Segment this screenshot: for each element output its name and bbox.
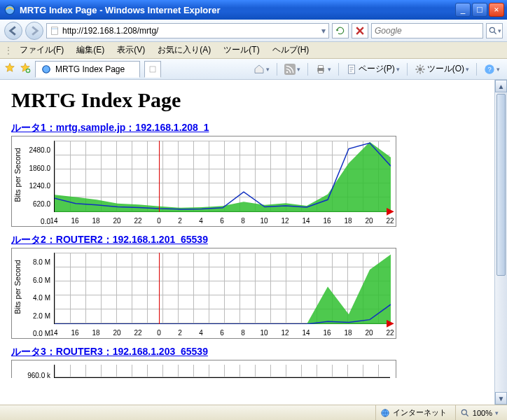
forward-button[interactable]: [25, 22, 43, 40]
help-button[interactable]: ?▾: [481, 62, 503, 76]
favorites-center-button[interactable]: [4, 62, 15, 76]
help-icon: ?: [484, 64, 495, 75]
print-button[interactable]: ▾: [312, 62, 334, 76]
gear-icon: [415, 64, 426, 75]
menu-favorites[interactable]: お気に入り(A): [152, 43, 216, 57]
svg-point-4: [43, 65, 50, 73]
command-bar: MRTG Index Page ▾ ▾ ▾ ページ(P)▾ ツール(O)▾ ?▾: [0, 59, 507, 80]
svg-rect-5: [150, 66, 155, 72]
arrow-right-icon: [29, 26, 39, 36]
blank-tab-icon: [148, 65, 157, 74]
menu-bar: ⋮ ファイル(F) 編集(E) 表示(V) お気に入り(A) ツール(T) ヘル…: [0, 42, 507, 59]
svg-point-12: [418, 67, 422, 71]
menu-edit[interactable]: 編集(E): [71, 43, 110, 57]
arrow-left-icon: [8, 26, 18, 36]
star-icon: [4, 62, 15, 74]
vertical-scrollbar[interactable]: ▲ ▼: [494, 80, 507, 405]
zone-label: インターネット: [393, 407, 447, 418]
home-icon: [254, 64, 265, 75]
stop-button[interactable]: [352, 23, 368, 38]
menu-help[interactable]: ヘルプ(H): [267, 43, 315, 57]
page-icon: [50, 26, 60, 36]
minimize-button[interactable]: _: [455, 3, 471, 17]
browser-tab[interactable]: MRTG Index Page: [35, 61, 140, 78]
stop-icon: [356, 27, 364, 35]
search-input[interactable]: [375, 26, 480, 36]
scroll-down-button[interactable]: ▼: [495, 392, 507, 405]
svg-rect-10: [318, 71, 323, 73]
scroll-thumb[interactable]: [496, 94, 506, 276]
page-title: MRTG Index Page: [11, 88, 483, 112]
status-bar: インターネット 100% ▾: [0, 405, 507, 420]
navigation-bar: http://192.168.1.208/mrtg/ ▾ ▾: [0, 20, 507, 42]
page-viewport: ▲ ▼ MRTG Index Page ルータ1：mrtg.sample.jp：…: [0, 80, 507, 405]
window-title: MRTG Index Page - Windows Internet Explo…: [20, 5, 221, 15]
svg-rect-9: [318, 65, 323, 68]
refresh-icon: [335, 26, 345, 36]
svg-rect-1: [51, 27, 57, 34]
maximize-button[interactable]: □: [472, 3, 487, 17]
graph2-ylabel: Bits per Second: [13, 260, 22, 314]
feeds-button[interactable]: ▾: [282, 62, 303, 76]
security-zone[interactable]: インターネット: [375, 405, 451, 420]
window-titlebar: MRTG Index Page - Windows Internet Explo…: [0, 0, 507, 20]
zoom-icon: [460, 408, 470, 418]
svg-text:?: ?: [487, 66, 491, 73]
page-menu-button[interactable]: ページ(P)▾: [343, 62, 403, 76]
router2-link[interactable]: ルータ2：ROUTER2：192.168.1.201_65539: [11, 234, 483, 246]
router3-link[interactable]: ルータ3：ROUTER3：192.168.1.203_65539: [11, 346, 483, 358]
scroll-up-button[interactable]: ▲: [495, 80, 507, 92]
chevron-down-icon: ▾: [495, 410, 499, 416]
new-tab-button[interactable]: [144, 61, 161, 78]
ie-page-icon: [41, 64, 51, 74]
page-menu-label: ページ(P): [359, 63, 395, 75]
close-button[interactable]: ×: [489, 3, 504, 17]
search-icon: [488, 26, 498, 36]
menu-file[interactable]: ファイル(F): [14, 43, 69, 57]
address-bar[interactable]: http://192.168.1.208/mrtg/ ▾: [46, 23, 329, 38]
svg-point-16: [461, 410, 466, 414]
rss-icon: [284, 64, 296, 75]
tools-menu-label: ツール(O): [427, 63, 464, 75]
menu-tools[interactable]: ツール(T): [218, 43, 265, 57]
svg-point-7: [286, 71, 288, 73]
search-button[interactable]: ▾: [486, 23, 503, 38]
back-button[interactable]: [4, 22, 22, 40]
ie-icon: [4, 4, 15, 15]
page-content: MRTG Index Page ルータ1：mrtg.sample.jp：192.…: [0, 80, 494, 405]
search-box[interactable]: [371, 23, 483, 38]
svg-point-2: [489, 27, 494, 32]
page-menu-icon: [346, 64, 357, 75]
print-icon: [315, 64, 326, 75]
menu-view[interactable]: 表示(V): [111, 43, 151, 57]
add-favorite-button[interactable]: [20, 62, 31, 76]
star-plus-icon: [20, 62, 31, 74]
svg-rect-6: [284, 64, 296, 75]
home-button[interactable]: ▾: [251, 62, 272, 76]
tools-menu-button[interactable]: ツール(O)▾: [412, 62, 472, 76]
internet-zone-icon: [380, 408, 390, 418]
graph1-ylabel: Bits per Second: [13, 148, 22, 202]
router2-graph[interactable]: Bits per Second 0.0 M2.0 M4.0 M6.0 M8.0 …: [11, 248, 396, 339]
address-dropdown-icon[interactable]: ▾: [321, 26, 326, 36]
zoom-control[interactable]: 100% ▾: [455, 405, 503, 420]
router3-graph[interactable]: 960.0 k: [11, 360, 396, 378]
router1-graph[interactable]: Bits per Second 0.0620.01240.01860.02480…: [11, 136, 396, 227]
router1-link[interactable]: ルータ1：mrtg.sample.jp：192.168.1.208_1: [11, 122, 483, 134]
address-text: http://192.168.1.208/mrtg/: [62, 26, 319, 36]
refresh-button[interactable]: [332, 23, 349, 38]
tab-title: MRTG Index Page: [55, 64, 125, 74]
zoom-label: 100%: [473, 409, 492, 417]
